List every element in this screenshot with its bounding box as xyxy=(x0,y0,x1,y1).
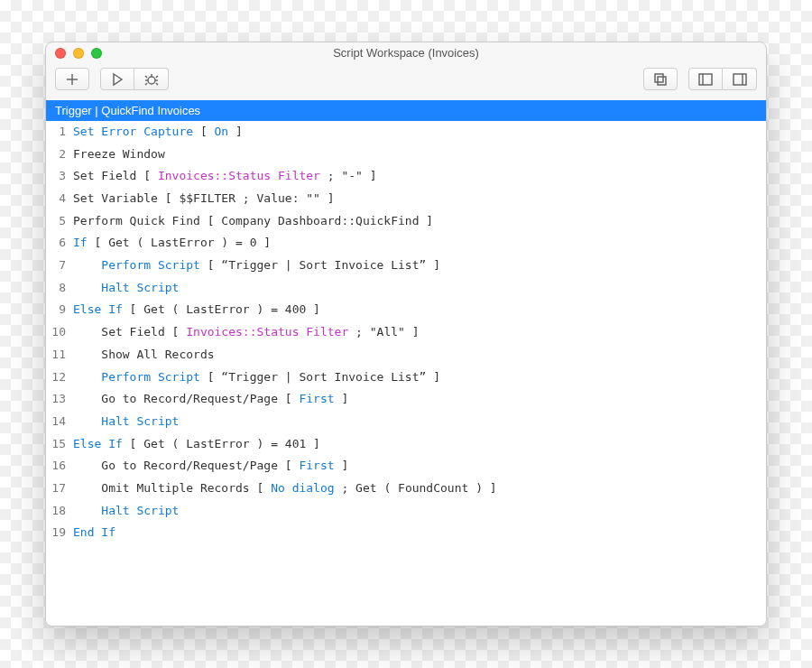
line-code: Set Variable [ $$FILTER ; Value: "" ] xyxy=(73,188,335,210)
svg-rect-1 xyxy=(655,74,663,82)
script-line[interactable]: 11 Show All Records xyxy=(46,344,766,366)
line-number: 5 xyxy=(46,210,73,233)
line-number: 19 xyxy=(46,522,73,544)
line-code: Perform Script [ “Trigger | Sort Invoice… xyxy=(73,255,440,277)
script-line[interactable]: 3Set Field [ Invoices::Status Filter ; "… xyxy=(46,165,766,188)
bug-icon xyxy=(144,72,159,87)
close-icon[interactable] xyxy=(55,48,66,59)
line-number: 12 xyxy=(46,366,73,389)
line-code: Go to Record/Request/Page [ First ] xyxy=(73,388,348,411)
panel-right-icon xyxy=(733,72,747,87)
line-code: Perform Script [ “Trigger | Sort Invoice… xyxy=(73,366,440,389)
right-panel-button[interactable] xyxy=(723,68,757,90)
stack-icon xyxy=(653,72,668,87)
line-code: Go to Record/Request/Page [ First ] xyxy=(73,455,348,478)
window-titlebar: Script Workspace (Invoices) xyxy=(46,42,766,64)
line-number: 16 xyxy=(46,455,73,478)
script-editor[interactable]: 1Set Error Capture [ On ]2Freeze Window3… xyxy=(46,121,766,626)
line-number: 8 xyxy=(46,277,73,300)
script-line[interactable]: 18 Halt Script xyxy=(46,500,766,523)
traffic-lights xyxy=(55,48,102,59)
script-line[interactable]: 10 Set Field [ Invoices::Status Filter ;… xyxy=(46,321,766,344)
line-number: 9 xyxy=(46,299,73,321)
svg-rect-4 xyxy=(734,74,746,85)
script-line[interactable]: 17 Omit Multiple Records [ No dialog ; G… xyxy=(46,478,766,500)
line-number: 3 xyxy=(46,165,73,188)
minimize-icon[interactable] xyxy=(73,48,84,59)
left-panel-button[interactable] xyxy=(688,68,723,90)
script-workspace-window: Script Workspace (Invoices) xyxy=(45,42,767,626)
script-line[interactable]: 5Perform Quick Find [ Company Dashboard:… xyxy=(46,210,766,233)
script-line[interactable]: 7 Perform Script [ “Trigger | Sort Invoi… xyxy=(46,255,766,277)
script-line[interactable]: 12 Perform Script [ “Trigger | Sort Invo… xyxy=(46,366,766,389)
line-code: Else If [ Get ( LastError ) = 401 ] xyxy=(73,433,320,456)
script-line[interactable]: 13 Go to Record/Request/Page [ First ] xyxy=(46,388,766,411)
toolbar xyxy=(46,64,766,100)
line-code: Set Field [ Invoices::Status Filter ; "-… xyxy=(73,165,377,188)
script-line[interactable]: 6If [ Get ( LastError ) = 0 ] xyxy=(46,232,766,255)
line-number: 7 xyxy=(46,255,73,277)
script-line[interactable]: 9Else If [ Get ( LastError ) = 400 ] xyxy=(46,299,766,321)
svg-point-0 xyxy=(148,77,155,84)
script-line[interactable]: 16 Go to Record/Request/Page [ First ] xyxy=(46,455,766,478)
line-number: 10 xyxy=(46,321,73,344)
script-name-header[interactable]: Trigger | QuickFind Invoices xyxy=(46,100,766,121)
script-line[interactable]: 1Set Error Capture [ On ] xyxy=(46,121,766,144)
script-line[interactable]: 8 Halt Script xyxy=(46,277,766,300)
line-number: 17 xyxy=(46,478,73,500)
script-line[interactable]: 4Set Variable [ $$FILTER ; Value: "" ] xyxy=(46,188,766,210)
line-number: 13 xyxy=(46,388,73,411)
line-code: Halt Script xyxy=(73,277,179,300)
line-code: Else If [ Get ( LastError ) = 400 ] xyxy=(73,299,320,321)
line-code: Halt Script xyxy=(73,500,179,523)
new-script-button[interactable] xyxy=(55,68,89,90)
script-line[interactable]: 14 Halt Script xyxy=(46,411,766,433)
line-code: Halt Script xyxy=(73,411,179,433)
line-number: 15 xyxy=(46,433,73,456)
run-button[interactable] xyxy=(100,68,134,90)
script-line[interactable]: 2Freeze Window xyxy=(46,144,766,166)
line-code: End If xyxy=(73,522,115,544)
line-number: 4 xyxy=(46,188,73,210)
debug-button[interactable] xyxy=(134,68,169,90)
svg-rect-2 xyxy=(658,77,666,85)
line-code: Set Field [ Invoices::Status Filter ; "A… xyxy=(73,321,420,344)
line-number: 14 xyxy=(46,411,73,433)
line-code: Show All Records xyxy=(73,344,215,366)
line-number: 18 xyxy=(46,500,73,523)
line-code: Freeze Window xyxy=(73,144,165,166)
zoom-icon[interactable] xyxy=(91,48,102,59)
svg-rect-3 xyxy=(699,74,712,85)
line-number: 11 xyxy=(46,344,73,366)
line-code: Set Error Capture [ On ] xyxy=(73,121,243,144)
script-line[interactable]: 15Else If [ Get ( LastError ) = 401 ] xyxy=(46,433,766,456)
scripts-menu-button[interactable] xyxy=(643,68,678,90)
line-code: Omit Multiple Records [ No dialog ; Get … xyxy=(73,478,497,500)
window-title: Script Workspace (Invoices) xyxy=(46,46,766,60)
line-number: 6 xyxy=(46,232,73,255)
line-number: 2 xyxy=(46,144,73,166)
line-code: If [ Get ( LastError ) = 0 ] xyxy=(73,232,271,255)
plus-icon xyxy=(65,72,79,87)
line-code: Perform Quick Find [ Company Dashboard::… xyxy=(73,210,433,233)
line-number: 1 xyxy=(46,121,73,144)
panel-left-icon xyxy=(698,72,713,87)
script-line[interactable]: 19End If xyxy=(46,522,766,544)
play-icon xyxy=(110,72,125,87)
